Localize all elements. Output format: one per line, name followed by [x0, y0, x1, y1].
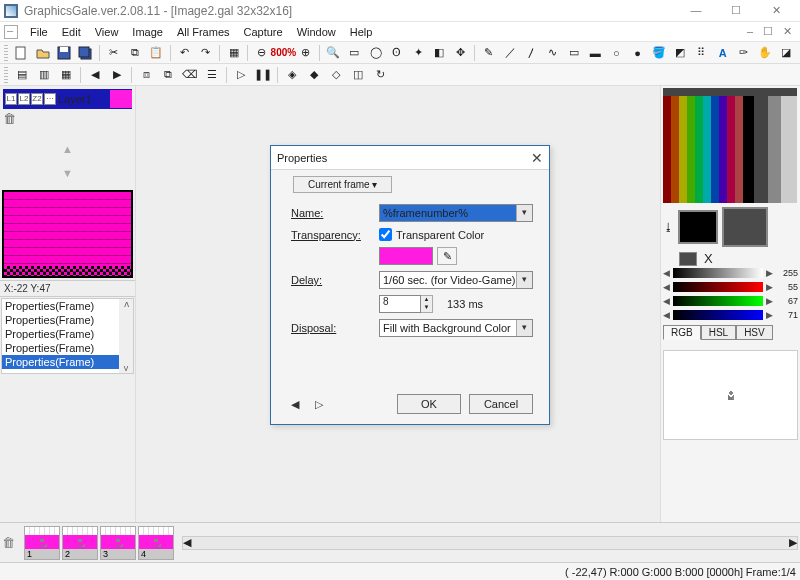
history-list[interactable]: Properties(Frame) Properties(Frame) Prop… — [1, 298, 134, 374]
undo-icon[interactable]: ↶ — [174, 44, 193, 62]
zoom-in-icon[interactable]: ⊕ — [295, 44, 314, 62]
palette-load-icon[interactable]: ⭳ — [663, 221, 674, 233]
layer-dup-icon[interactable]: ▥ — [34, 66, 54, 84]
list-item[interactable]: Properties(Frame) — [2, 299, 133, 313]
layer-visibility-icon[interactable]: L1 — [5, 93, 17, 105]
tab-rgb[interactable]: RGB — [663, 325, 701, 340]
canvas-navigator[interactable] — [2, 190, 133, 278]
menu-capture[interactable]: Capture — [238, 24, 289, 40]
wand-icon[interactable]: ✦ — [409, 44, 428, 62]
dialog-close-icon[interactable]: ✕ — [531, 150, 543, 166]
layer-alpha-icon[interactable]: Z2 — [31, 93, 43, 105]
dropdown-caret-icon[interactable]: ▾ — [516, 205, 532, 221]
lasso-icon[interactable]: ʘ — [387, 44, 406, 62]
curve-icon[interactable]: ∿ — [543, 44, 562, 62]
rect-draw-icon[interactable]: ▭ — [564, 44, 583, 62]
grid-icon[interactable]: ▦ — [224, 44, 243, 62]
hand-icon[interactable]: ✋ — [756, 44, 775, 62]
clear-swatch-icon[interactable]: X — [704, 251, 713, 266]
fillrect-icon[interactable]: ▬ — [586, 44, 605, 62]
move-icon[interactable]: ✥ — [451, 44, 470, 62]
menu-view[interactable]: View — [89, 24, 125, 40]
blue-slider[interactable] — [673, 310, 763, 320]
menu-allframes[interactable]: All Frames — [171, 24, 236, 40]
transparent-color-swatch[interactable] — [379, 247, 433, 265]
mdi-restore[interactable]: ☐ — [759, 23, 777, 40]
red-slider[interactable] — [673, 282, 763, 292]
insert-frame-icon[interactable]: ⧈ — [136, 66, 156, 84]
zoom-out-icon[interactable]: ⊖ — [252, 44, 271, 62]
snap-icon[interactable]: ◫ — [348, 66, 368, 84]
prev-frame-nav-icon[interactable]: ◀ — [287, 396, 303, 413]
ok-button[interactable]: OK — [397, 394, 461, 414]
swap-color-icon[interactable]: ◪ — [777, 44, 796, 62]
slider-right-icon[interactable]: ▶ — [766, 268, 773, 278]
scrollbar[interactable]: ʌv — [119, 299, 133, 373]
tile-icon[interactable]: ◇ — [326, 66, 346, 84]
text-icon[interactable]: A — [713, 44, 732, 62]
onion-skin-icon[interactable]: ◈ — [282, 66, 302, 84]
aux-swatch[interactable] — [679, 252, 697, 266]
menu-edit[interactable]: Edit — [56, 24, 87, 40]
list-item[interactable]: Properties(Frame) — [2, 355, 133, 369]
open-file-icon[interactable] — [33, 44, 52, 62]
green-slider[interactable] — [673, 296, 763, 306]
copy-icon[interactable]: ⧉ — [125, 44, 144, 62]
pencil-icon[interactable]: ✎ — [479, 44, 498, 62]
list-item[interactable]: Properties(Frame) — [2, 327, 133, 341]
dialog-title-bar[interactable]: Properties ✕ — [271, 146, 549, 170]
delay-spinner[interactable]: ▲▼ — [421, 295, 433, 313]
delay-value-input[interactable]: 8 — [379, 295, 421, 313]
next-frame-icon[interactable]: ▶ — [107, 66, 127, 84]
list-item[interactable]: Properties(Frame) — [2, 341, 133, 355]
save-icon[interactable] — [54, 44, 73, 62]
replace-color-icon[interactable]: ◩ — [671, 44, 690, 62]
rect-select-icon[interactable]: ▭ — [345, 44, 364, 62]
minimize-button[interactable]: — — [676, 1, 716, 21]
slider-left-icon[interactable]: ◀ — [663, 268, 670, 278]
menu-image[interactable]: Image — [126, 24, 169, 40]
dup-frame-icon[interactable]: ⧉ — [158, 66, 178, 84]
oval-draw-icon[interactable]: ○ — [607, 44, 626, 62]
frame-thumb[interactable]: 3 — [100, 526, 136, 560]
eyedropper-icon[interactable]: ✑ — [734, 44, 753, 62]
tab-hsl[interactable]: HSL — [701, 325, 736, 340]
layer-up-icon[interactable]: ▲ — [62, 143, 73, 155]
eyedropper-button[interactable]: ✎ — [437, 247, 457, 265]
color-palette[interactable] — [663, 88, 797, 203]
menu-file[interactable]: File — [24, 24, 54, 40]
background-swatch[interactable] — [722, 207, 768, 247]
foreground-swatch[interactable] — [678, 210, 718, 244]
loop-icon[interactable]: ↻ — [370, 66, 390, 84]
magnifier-icon[interactable]: 🔍 — [324, 44, 343, 62]
oval-select-icon[interactable]: ◯ — [366, 44, 385, 62]
menu-window[interactable]: Window — [291, 24, 342, 40]
close-button[interactable]: ✕ — [756, 1, 796, 21]
current-frame-tab[interactable]: Current frame ▾ — [293, 176, 392, 193]
layer-group-icon[interactable]: ▦ — [56, 66, 76, 84]
system-menu-icon[interactable] — [4, 25, 18, 39]
filloval-icon[interactable]: ● — [628, 44, 647, 62]
save-all-icon[interactable] — [76, 44, 95, 62]
spray-icon[interactable]: ⠿ — [692, 44, 711, 62]
zoom-value[interactable]: 800% — [273, 44, 293, 62]
frame-prop-icon[interactable]: ☰ — [202, 66, 222, 84]
dropdown-caret-icon[interactable]: ▾ — [516, 320, 532, 336]
frame-thumb[interactable]: 2 — [62, 526, 98, 560]
transparent-color-checkbox[interactable] — [379, 228, 392, 241]
line-icon[interactable]: ／ — [501, 44, 520, 62]
next-frame-nav-icon[interactable]: ▷ — [311, 396, 327, 413]
list-item[interactable]: Properties(Frame) — [2, 313, 133, 327]
frame-thumb[interactable]: 1 — [24, 526, 60, 560]
transparency-icon[interactable]: ◆ — [304, 66, 324, 84]
dropdown-caret-icon[interactable]: ▾ — [516, 272, 532, 288]
cancel-button[interactable]: Cancel — [469, 394, 533, 414]
layer-row[interactable]: L1 L2 Z2 ⋯ Layer1 — [3, 89, 132, 109]
tab-hsv[interactable]: HSV — [736, 325, 773, 340]
value-slider[interactable] — [673, 268, 763, 278]
maximize-button[interactable]: ☐ — [716, 1, 756, 21]
frame-scrollbar[interactable]: ◀▶ — [182, 536, 798, 550]
del-frame-icon[interactable]: ⌫ — [180, 66, 200, 84]
layer-lock-icon[interactable]: L2 — [18, 93, 30, 105]
connected-line-icon[interactable]: 〳 — [522, 44, 541, 62]
